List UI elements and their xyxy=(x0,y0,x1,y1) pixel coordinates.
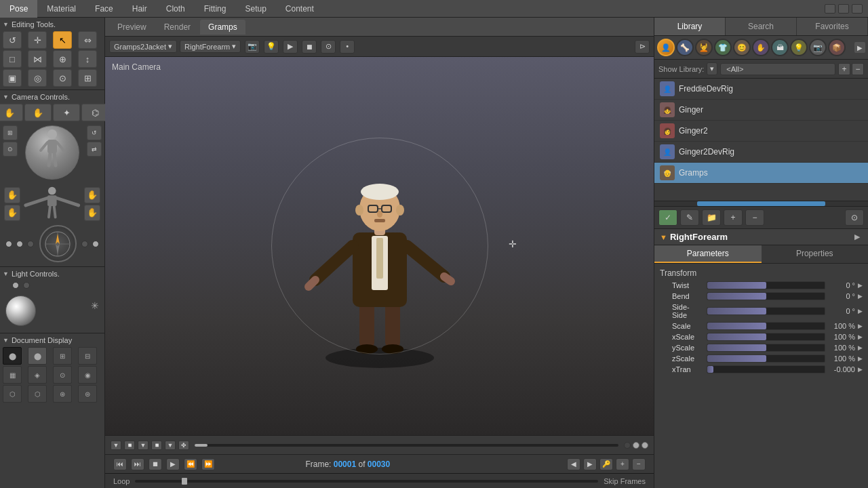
param-slider-xscale[interactable] xyxy=(707,333,825,341)
camera-hand-right[interactable]: ✋ xyxy=(24,104,52,121)
param-arrow-xscale[interactable]: ▶ xyxy=(858,333,863,340)
tl-btn-1[interactable]: ◽ xyxy=(124,441,135,450)
vp-icon-stop[interactable]: ⏹ xyxy=(302,40,317,54)
show-library-dropdown[interactable]: ▾ xyxy=(707,62,717,75)
cam-dot-3[interactable] xyxy=(27,241,34,247)
param-arrow-xtran[interactable]: ▶ xyxy=(858,366,863,373)
menu-tab-material[interactable]: Material xyxy=(37,0,85,18)
light-dot-2[interactable] xyxy=(23,282,30,289)
tool-scale[interactable]: ↕ xyxy=(78,50,97,68)
menu-tab-pose[interactable]: Pose xyxy=(0,0,37,18)
cam-arm-right-2[interactable]: ✋ xyxy=(84,205,100,221)
play-prev-frame[interactable]: ⏭ xyxy=(131,458,144,470)
pb-arrow-left[interactable]: ◀ xyxy=(567,458,580,470)
prop-tab-properties[interactable]: Properties xyxy=(762,245,869,263)
disp-btn-10[interactable]: ⬡ xyxy=(28,385,47,403)
light-controls-arrow[interactable]: ▼ xyxy=(3,270,9,277)
all-dropdown[interactable]: <All> xyxy=(720,63,835,75)
lib-icon-more-arrow[interactable]: ▶ xyxy=(854,42,865,53)
compass-widget[interactable] xyxy=(39,225,77,262)
tl-btn-4[interactable]: ▼ xyxy=(165,441,176,450)
pb-arrow-right[interactable]: ▶ xyxy=(583,458,597,470)
param-arrow-zscale[interactable]: ▶ xyxy=(858,355,863,362)
tool-select[interactable]: ↖ xyxy=(53,31,72,49)
camera-bone[interactable]: ✦ xyxy=(53,104,80,121)
vp-tab-preview[interactable]: Preview xyxy=(109,20,155,35)
lib-icon-hair[interactable]: 💆 xyxy=(695,39,713,56)
tl-dot-3[interactable] xyxy=(642,442,648,449)
menu-tab-cloth[interactable]: Cloth xyxy=(157,0,195,18)
lib-icon-light[interactable]: 💡 xyxy=(790,39,808,56)
menu-tab-fitting[interactable]: Fitting xyxy=(195,0,236,18)
disp-btn-2[interactable]: ⬤ xyxy=(28,347,47,365)
lib-item-ginger2devrig[interactable]: 👤 Ginger2DevRig xyxy=(654,142,868,163)
disp-btn-11[interactable]: ⊛ xyxy=(53,385,72,403)
tool-pose[interactable]: ⊕ xyxy=(53,50,72,68)
param-slider-bend[interactable] xyxy=(707,292,825,300)
close-button[interactable] xyxy=(852,4,863,14)
param-arrow-bend[interactable]: ▶ xyxy=(858,293,863,300)
bone-selector[interactable]: RightForearm ▾ xyxy=(180,40,241,53)
lib-footer-remove[interactable]: − xyxy=(745,209,764,226)
camera-hand-left[interactable]: ✋ xyxy=(0,104,23,121)
tool-skeleton[interactable]: ⋈ xyxy=(28,50,47,68)
cam-dot-1[interactable] xyxy=(5,241,12,247)
current-frame[interactable]: 00001 xyxy=(334,460,356,469)
menu-tab-face[interactable]: Face xyxy=(85,0,123,18)
camera-extra[interactable]: ⌬ xyxy=(81,104,108,121)
tool-orbit[interactable]: ⊙ xyxy=(53,69,72,87)
lib-icon-cam[interactable]: 📷 xyxy=(809,39,827,56)
disp-btn-5[interactable]: ▦ xyxy=(3,366,22,384)
lib-icon-pose[interactable]: 🦴 xyxy=(676,39,694,56)
lib-icon-figure[interactable]: 👤 xyxy=(657,39,675,56)
lib-tab-favorites[interactable]: Favorites xyxy=(797,18,868,35)
tool-eye[interactable]: ◎ xyxy=(28,69,47,87)
vp-icon-camera[interactable]: 📷 xyxy=(245,40,260,54)
total-frames[interactable]: 00030 xyxy=(368,460,390,469)
tl-dot-1[interactable] xyxy=(624,442,631,449)
disp-btn-9[interactable]: ⬡ xyxy=(3,385,22,403)
param-arrow-sideside[interactable]: ▶ xyxy=(858,308,863,314)
cam-tool-b[interactable]: ⊙ xyxy=(3,142,18,157)
lib-sub-btn[interactable]: − xyxy=(852,63,864,75)
starburst-icon[interactable]: ✳ xyxy=(91,300,99,311)
tl-btn-3[interactable]: ◽ xyxy=(151,441,162,450)
tool-transform[interactable]: ⇔ xyxy=(78,31,97,49)
tool-box[interactable]: □ xyxy=(3,50,22,68)
tl-btn-5[interactable]: ✤ xyxy=(178,441,189,450)
doc-display-arrow[interactable]: ▼ xyxy=(3,337,9,344)
tool-expand[interactable]: ⊞ xyxy=(78,69,97,87)
cam-tool-c[interactable]: ↺ xyxy=(87,125,102,140)
param-arrow-twist[interactable]: ▶ xyxy=(858,282,863,289)
lib-footer-folder[interactable]: 📁 xyxy=(702,209,721,226)
param-slider-sideside[interactable] xyxy=(707,307,825,315)
vp-tab-render[interactable]: Render xyxy=(156,20,199,35)
prop-expand-icon[interactable]: ▼ xyxy=(660,233,667,241)
disp-btn-8[interactable]: ◉ xyxy=(78,366,97,384)
tool-square[interactable]: ▣ xyxy=(3,69,22,87)
timeline-scrubber[interactable] xyxy=(195,444,618,447)
vp-icon-circle[interactable]: ⊙ xyxy=(321,40,336,54)
param-slider-twist[interactable] xyxy=(707,281,825,289)
vp-icon-render[interactable]: ▶ xyxy=(283,40,298,54)
vp-icon-light[interactable]: 💡 xyxy=(264,40,279,54)
lib-footer-edit[interactable]: ✎ xyxy=(680,209,699,226)
lib-tab-library[interactable]: Library xyxy=(654,18,726,35)
prop-expand-arrow[interactable]: ▶ xyxy=(852,232,863,241)
disp-btn-6[interactable]: ◈ xyxy=(28,366,47,384)
lib-footer-checkmark[interactable]: ✓ xyxy=(658,209,677,226)
cam-arm-left-2[interactable]: ✋ xyxy=(4,205,20,221)
lib-item-ginger[interactable]: 👧 Ginger xyxy=(654,100,868,121)
lib-item-freddiedevrig[interactable]: 👤 FreddieDevRig xyxy=(654,79,868,100)
editing-tools-arrow[interactable]: ▼ xyxy=(3,21,9,28)
cam-arm-right-1[interactable]: ✋ xyxy=(84,187,100,203)
tl-arrow-down[interactable]: ▼ xyxy=(111,441,121,450)
pb-plus[interactable]: + xyxy=(616,458,629,470)
loop-slider[interactable] xyxy=(135,480,598,483)
param-arrow-yscale[interactable]: ▶ xyxy=(858,344,863,351)
param-slider-scale[interactable] xyxy=(707,322,825,330)
menu-tab-hair[interactable]: Hair xyxy=(123,0,157,18)
lib-icon-scene[interactable]: 🏔 xyxy=(771,39,789,56)
cam-tool-d[interactable]: ⇄ xyxy=(87,142,102,157)
play-step-fwd[interactable]: ⏩ xyxy=(201,458,215,470)
